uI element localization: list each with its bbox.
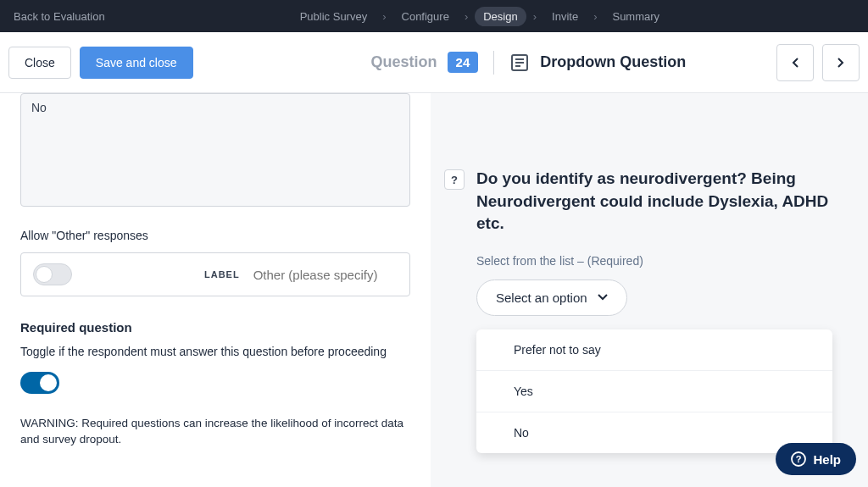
- required-heading: Required question: [20, 320, 410, 335]
- help-fab[interactable]: ? Help: [776, 443, 856, 475]
- chevron-right-icon: ›: [382, 10, 386, 23]
- preview-panel: ? Do you identify as neurodivergent? Bei…: [431, 93, 868, 487]
- chevron-right-icon: ›: [533, 10, 537, 23]
- crumb-public-survey[interactable]: Public Survey: [292, 7, 376, 26]
- dropdown-icon: [509, 53, 530, 73]
- crumb-summary[interactable]: Summary: [604, 7, 668, 26]
- option-item[interactable]: No: [476, 412, 832, 453]
- close-button[interactable]: Close: [8, 47, 71, 79]
- options-textarea[interactable]: [20, 93, 410, 207]
- prev-button[interactable]: [776, 44, 814, 81]
- required-toggle[interactable]: [20, 372, 59, 394]
- preview-dropdown[interactable]: Select an option: [476, 279, 627, 316]
- option-item[interactable]: Prefer not to say: [476, 329, 832, 371]
- label-tag: LABEL: [204, 269, 240, 279]
- save-button[interactable]: Save and close: [80, 47, 193, 79]
- question-label: Question: [371, 53, 437, 71]
- allow-other-toggle[interactable]: [33, 263, 72, 285]
- chevron-right-icon: ›: [465, 10, 468, 23]
- chevron-right-icon: ›: [593, 10, 597, 23]
- back-link[interactable]: Back to Evaluation: [14, 10, 105, 23]
- nav-arrows: [776, 44, 860, 81]
- header-center: Question 24 Dropdown Question: [371, 51, 687, 75]
- question-number-badge: 24: [448, 52, 479, 73]
- dropdown-placeholder: Select an option: [496, 291, 587, 305]
- header: Close Save and close Question 24 Dropdow…: [0, 32, 868, 93]
- options-panel: Prefer not to say Yes No: [476, 329, 832, 453]
- crumb-configure[interactable]: Configure: [393, 7, 458, 26]
- question-help-badge[interactable]: ?: [444, 169, 465, 190]
- other-placeholder-input[interactable]: [253, 268, 415, 282]
- help-label: Help: [813, 452, 841, 467]
- question-type-label: Dropdown Question: [540, 53, 686, 71]
- chevron-down-icon: [598, 294, 608, 301]
- divider: [493, 51, 494, 75]
- chevron-right-icon: [837, 57, 845, 69]
- allow-other-row: LABEL: [20, 252, 410, 296]
- svg-text:?: ?: [796, 454, 802, 464]
- preview-question-text: Do you identify as neurodivergent? Being…: [476, 168, 844, 235]
- breadcrumb: Public Survey › Configure › Design › Inv…: [292, 7, 668, 26]
- editor-panel: Allow "Other" responses LABEL Required q…: [0, 93, 431, 487]
- required-warning: WARNING: Required questions can increase…: [20, 416, 410, 448]
- main: Allow "Other" responses LABEL Required q…: [0, 93, 868, 487]
- topbar: Back to Evaluation Public Survey › Confi…: [0, 0, 868, 32]
- required-description: Toggle if the respondent must answer thi…: [20, 345, 410, 358]
- next-button[interactable]: [822, 44, 860, 81]
- option-item[interactable]: Yes: [476, 371, 832, 412]
- help-icon: ?: [791, 451, 806, 467]
- question-type: Dropdown Question: [509, 53, 686, 73]
- chevron-left-icon: [791, 57, 799, 69]
- allow-other-label: Allow "Other" responses: [20, 229, 410, 242]
- preview-sub-label: Select from the list – (Required): [476, 254, 844, 268]
- crumb-design[interactable]: Design: [475, 7, 526, 26]
- crumb-invite[interactable]: Invite: [543, 7, 587, 26]
